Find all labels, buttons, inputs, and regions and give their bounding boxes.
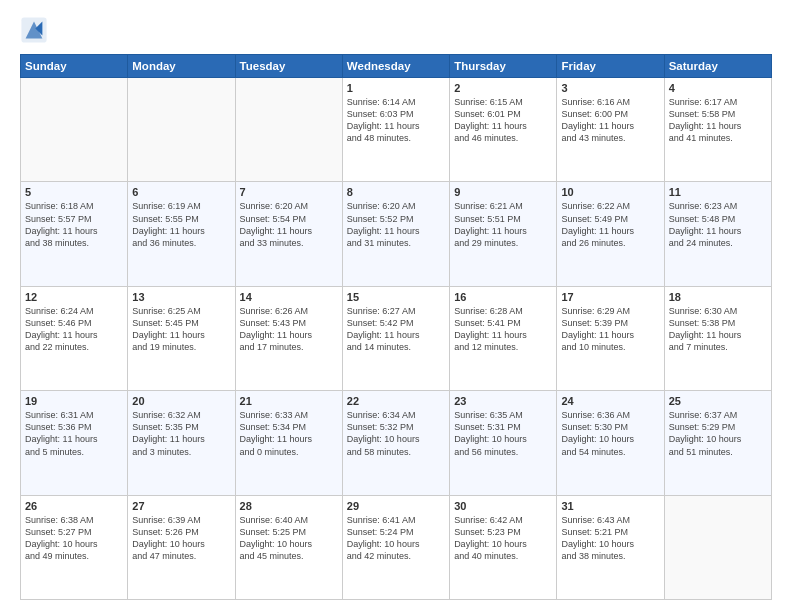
cell-text: Sunrise: 6:24 AM Sunset: 5:46 PM Dayligh… — [25, 305, 123, 354]
calendar-cell: 8Sunrise: 6:20 AM Sunset: 5:52 PM Daylig… — [342, 182, 449, 286]
day-number: 9 — [454, 186, 552, 198]
day-number: 1 — [347, 82, 445, 94]
calendar-cell: 29Sunrise: 6:41 AM Sunset: 5:24 PM Dayli… — [342, 495, 449, 599]
day-number: 4 — [669, 82, 767, 94]
cell-text: Sunrise: 6:31 AM Sunset: 5:36 PM Dayligh… — [25, 409, 123, 458]
page: SundayMondayTuesdayWednesdayThursdayFrid… — [0, 0, 792, 612]
week-row-4: 19Sunrise: 6:31 AM Sunset: 5:36 PM Dayli… — [21, 391, 772, 495]
calendar-cell: 21Sunrise: 6:33 AM Sunset: 5:34 PM Dayli… — [235, 391, 342, 495]
calendar-cell: 19Sunrise: 6:31 AM Sunset: 5:36 PM Dayli… — [21, 391, 128, 495]
cell-text: Sunrise: 6:30 AM Sunset: 5:38 PM Dayligh… — [669, 305, 767, 354]
calendar-cell: 2Sunrise: 6:15 AM Sunset: 6:01 PM Daylig… — [450, 78, 557, 182]
day-number: 26 — [25, 500, 123, 512]
day-number: 8 — [347, 186, 445, 198]
calendar-cell: 15Sunrise: 6:27 AM Sunset: 5:42 PM Dayli… — [342, 286, 449, 390]
day-number: 14 — [240, 291, 338, 303]
cell-text: Sunrise: 6:16 AM Sunset: 6:00 PM Dayligh… — [561, 96, 659, 145]
weekday-header-monday: Monday — [128, 55, 235, 78]
calendar-cell: 31Sunrise: 6:43 AM Sunset: 5:21 PM Dayli… — [557, 495, 664, 599]
week-row-1: 1Sunrise: 6:14 AM Sunset: 6:03 PM Daylig… — [21, 78, 772, 182]
day-number: 23 — [454, 395, 552, 407]
calendar-cell: 12Sunrise: 6:24 AM Sunset: 5:46 PM Dayli… — [21, 286, 128, 390]
calendar-cell: 11Sunrise: 6:23 AM Sunset: 5:48 PM Dayli… — [664, 182, 771, 286]
calendar-cell: 13Sunrise: 6:25 AM Sunset: 5:45 PM Dayli… — [128, 286, 235, 390]
day-number: 7 — [240, 186, 338, 198]
day-number: 28 — [240, 500, 338, 512]
cell-text: Sunrise: 6:40 AM Sunset: 5:25 PM Dayligh… — [240, 514, 338, 563]
cell-text: Sunrise: 6:20 AM Sunset: 5:54 PM Dayligh… — [240, 200, 338, 249]
calendar-cell: 1Sunrise: 6:14 AM Sunset: 6:03 PM Daylig… — [342, 78, 449, 182]
calendar-cell: 6Sunrise: 6:19 AM Sunset: 5:55 PM Daylig… — [128, 182, 235, 286]
cell-text: Sunrise: 6:25 AM Sunset: 5:45 PM Dayligh… — [132, 305, 230, 354]
cell-text: Sunrise: 6:33 AM Sunset: 5:34 PM Dayligh… — [240, 409, 338, 458]
cell-text: Sunrise: 6:36 AM Sunset: 5:30 PM Dayligh… — [561, 409, 659, 458]
day-number: 27 — [132, 500, 230, 512]
cell-text: Sunrise: 6:37 AM Sunset: 5:29 PM Dayligh… — [669, 409, 767, 458]
calendar-cell — [21, 78, 128, 182]
calendar-cell: 17Sunrise: 6:29 AM Sunset: 5:39 PM Dayli… — [557, 286, 664, 390]
day-number: 18 — [669, 291, 767, 303]
day-number: 22 — [347, 395, 445, 407]
calendar-cell: 9Sunrise: 6:21 AM Sunset: 5:51 PM Daylig… — [450, 182, 557, 286]
calendar-cell: 23Sunrise: 6:35 AM Sunset: 5:31 PM Dayli… — [450, 391, 557, 495]
cell-text: Sunrise: 6:22 AM Sunset: 5:49 PM Dayligh… — [561, 200, 659, 249]
day-number: 19 — [25, 395, 123, 407]
calendar-cell: 10Sunrise: 6:22 AM Sunset: 5:49 PM Dayli… — [557, 182, 664, 286]
calendar-cell — [664, 495, 771, 599]
calendar-cell: 24Sunrise: 6:36 AM Sunset: 5:30 PM Dayli… — [557, 391, 664, 495]
cell-text: Sunrise: 6:19 AM Sunset: 5:55 PM Dayligh… — [132, 200, 230, 249]
cell-text: Sunrise: 6:39 AM Sunset: 5:26 PM Dayligh… — [132, 514, 230, 563]
weekday-header-wednesday: Wednesday — [342, 55, 449, 78]
cell-text: Sunrise: 6:43 AM Sunset: 5:21 PM Dayligh… — [561, 514, 659, 563]
cell-text: Sunrise: 6:35 AM Sunset: 5:31 PM Dayligh… — [454, 409, 552, 458]
weekday-header-saturday: Saturday — [664, 55, 771, 78]
cell-text: Sunrise: 6:21 AM Sunset: 5:51 PM Dayligh… — [454, 200, 552, 249]
cell-text: Sunrise: 6:27 AM Sunset: 5:42 PM Dayligh… — [347, 305, 445, 354]
day-number: 24 — [561, 395, 659, 407]
calendar-cell: 5Sunrise: 6:18 AM Sunset: 5:57 PM Daylig… — [21, 182, 128, 286]
day-number: 6 — [132, 186, 230, 198]
day-number: 16 — [454, 291, 552, 303]
day-number: 2 — [454, 82, 552, 94]
calendar-cell: 30Sunrise: 6:42 AM Sunset: 5:23 PM Dayli… — [450, 495, 557, 599]
logo-icon — [20, 16, 48, 44]
cell-text: Sunrise: 6:28 AM Sunset: 5:41 PM Dayligh… — [454, 305, 552, 354]
day-number: 31 — [561, 500, 659, 512]
calendar-table: SundayMondayTuesdayWednesdayThursdayFrid… — [20, 54, 772, 600]
calendar-cell: 26Sunrise: 6:38 AM Sunset: 5:27 PM Dayli… — [21, 495, 128, 599]
cell-text: Sunrise: 6:18 AM Sunset: 5:57 PM Dayligh… — [25, 200, 123, 249]
week-row-3: 12Sunrise: 6:24 AM Sunset: 5:46 PM Dayli… — [21, 286, 772, 390]
cell-text: Sunrise: 6:14 AM Sunset: 6:03 PM Dayligh… — [347, 96, 445, 145]
day-number: 12 — [25, 291, 123, 303]
calendar-cell — [128, 78, 235, 182]
day-number: 10 — [561, 186, 659, 198]
logo — [20, 16, 52, 44]
weekday-header-friday: Friday — [557, 55, 664, 78]
day-number: 15 — [347, 291, 445, 303]
calendar-cell — [235, 78, 342, 182]
calendar-cell: 3Sunrise: 6:16 AM Sunset: 6:00 PM Daylig… — [557, 78, 664, 182]
calendar-cell: 18Sunrise: 6:30 AM Sunset: 5:38 PM Dayli… — [664, 286, 771, 390]
calendar-cell: 16Sunrise: 6:28 AM Sunset: 5:41 PM Dayli… — [450, 286, 557, 390]
cell-text: Sunrise: 6:38 AM Sunset: 5:27 PM Dayligh… — [25, 514, 123, 563]
day-number: 13 — [132, 291, 230, 303]
weekday-header-sunday: Sunday — [21, 55, 128, 78]
day-number: 11 — [669, 186, 767, 198]
calendar-cell: 27Sunrise: 6:39 AM Sunset: 5:26 PM Dayli… — [128, 495, 235, 599]
cell-text: Sunrise: 6:29 AM Sunset: 5:39 PM Dayligh… — [561, 305, 659, 354]
calendar-cell: 4Sunrise: 6:17 AM Sunset: 5:58 PM Daylig… — [664, 78, 771, 182]
day-number: 20 — [132, 395, 230, 407]
calendar-cell: 14Sunrise: 6:26 AM Sunset: 5:43 PM Dayli… — [235, 286, 342, 390]
cell-text: Sunrise: 6:26 AM Sunset: 5:43 PM Dayligh… — [240, 305, 338, 354]
weekday-header-row: SundayMondayTuesdayWednesdayThursdayFrid… — [21, 55, 772, 78]
cell-text: Sunrise: 6:41 AM Sunset: 5:24 PM Dayligh… — [347, 514, 445, 563]
day-number: 25 — [669, 395, 767, 407]
week-row-2: 5Sunrise: 6:18 AM Sunset: 5:57 PM Daylig… — [21, 182, 772, 286]
day-number: 30 — [454, 500, 552, 512]
day-number: 17 — [561, 291, 659, 303]
cell-text: Sunrise: 6:17 AM Sunset: 5:58 PM Dayligh… — [669, 96, 767, 145]
cell-text: Sunrise: 6:32 AM Sunset: 5:35 PM Dayligh… — [132, 409, 230, 458]
weekday-header-tuesday: Tuesday — [235, 55, 342, 78]
weekday-header-thursday: Thursday — [450, 55, 557, 78]
day-number: 21 — [240, 395, 338, 407]
